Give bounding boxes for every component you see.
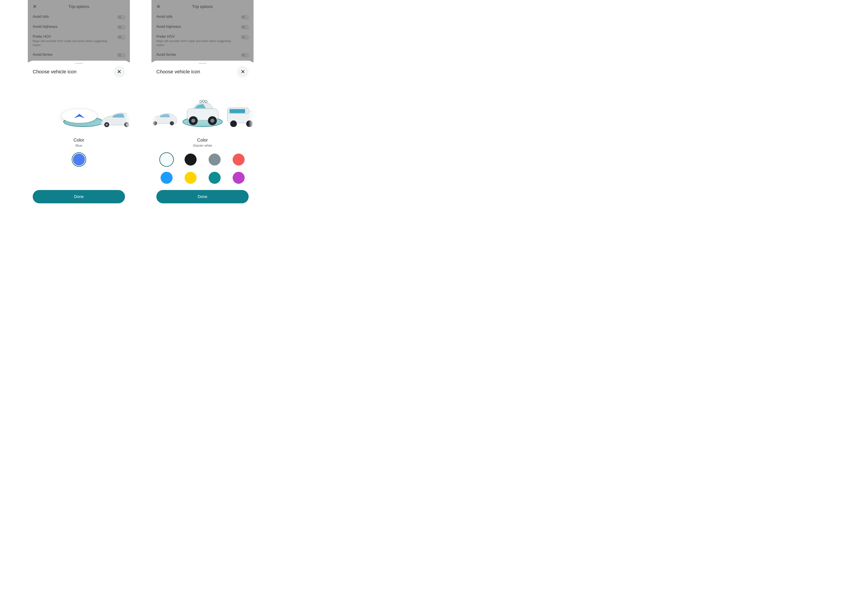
close-icon: ✕ — [117, 68, 121, 75]
close-icon: ✕ — [241, 68, 245, 75]
color-swatch-black[interactable] — [185, 154, 197, 166]
choose-vehicle-sheet: Choose vehicle icon ✕ — [28, 61, 130, 208]
svg-point-12 — [191, 119, 195, 123]
color-swatches — [33, 154, 125, 166]
trip-options-title: Trip options — [156, 5, 249, 9]
svg-point-18 — [230, 120, 237, 127]
toggle[interactable] — [117, 53, 125, 57]
color-swatch-blue[interactable] — [73, 154, 85, 166]
selected-color-name: Blue — [33, 143, 125, 148]
svg-point-9 — [202, 100, 204, 102]
done-button[interactable]: Done — [33, 190, 125, 203]
color-swatch-sky-blue[interactable] — [160, 172, 172, 184]
toggle[interactable] — [117, 15, 125, 19]
svg-point-1 — [106, 123, 108, 126]
svg-point-10 — [205, 100, 207, 103]
option-avoid-highways[interactable]: Avoid highways — [33, 21, 125, 31]
color-swatch-teal[interactable] — [209, 172, 221, 184]
svg-rect-17 — [230, 109, 245, 113]
option-avoid-tolls[interactable]: Avoid tolls — [156, 11, 249, 21]
option-avoid-ferries[interactable]: Avoid ferries — [33, 49, 125, 59]
toggle[interactable] — [241, 25, 249, 29]
color-heading: Color — [33, 138, 125, 143]
toggle[interactable] — [117, 25, 125, 29]
trip-options-backdrop: ✕ Trip options Avoid tolls Avoid highway… — [151, 0, 253, 62]
vehicle-carousel[interactable] — [33, 87, 125, 131]
color-swatch-glacier-white[interactable] — [160, 154, 172, 166]
navigation-arrow-icon — [73, 113, 85, 120]
vehicle-carousel[interactable] — [156, 87, 249, 131]
color-swatch-magenta[interactable] — [233, 172, 245, 184]
color-swatch-red[interactable] — [233, 154, 245, 166]
color-swatch-yellow[interactable] — [185, 172, 197, 184]
svg-point-6 — [170, 121, 174, 126]
sheet-title: Choose vehicle icon — [156, 69, 200, 75]
option-prefer-hov[interactable]: Prefer HOV Maps will consider HOV roads … — [156, 31, 249, 49]
svg-point-8 — [200, 100, 202, 103]
sheet-drag-handle[interactable] — [75, 63, 83, 64]
close-sheet-button[interactable]: ✕ — [113, 66, 125, 78]
choose-vehicle-sheet: Choose vehicle icon ✕ — [151, 61, 253, 208]
color-heading: Color — [156, 138, 249, 143]
svg-point-14 — [210, 119, 214, 123]
color-swatches — [156, 154, 249, 184]
option-avoid-highways[interactable]: Avoid highways — [156, 21, 249, 31]
trip-options-backdrop: ✕ Trip options Avoid tolls Avoid highway… — [28, 0, 130, 62]
toggle[interactable] — [241, 53, 249, 57]
option-avoid-tolls[interactable]: Avoid tolls — [33, 11, 125, 21]
toggle[interactable] — [241, 15, 249, 19]
sheet-drag-handle[interactable] — [198, 63, 207, 64]
option-avoid-ferries[interactable]: Avoid ferries — [156, 49, 249, 59]
vehicle-option-truck[interactable] — [183, 99, 222, 126]
toggle[interactable] — [117, 35, 125, 39]
vehicle-option-arrow[interactable] — [62, 109, 97, 123]
sheet-title: Choose vehicle icon — [33, 69, 76, 75]
trip-options-title: Trip options — [33, 5, 125, 9]
selected-color-name: Glacier white — [156, 143, 249, 148]
toggle[interactable] — [241, 35, 249, 39]
close-sheet-button[interactable]: ✕ — [237, 66, 249, 78]
done-button[interactable]: Done — [156, 190, 249, 203]
option-prefer-hov[interactable]: Prefer HOV Maps will consider HOV roads … — [33, 31, 125, 49]
color-swatch-grey[interactable] — [209, 154, 221, 166]
